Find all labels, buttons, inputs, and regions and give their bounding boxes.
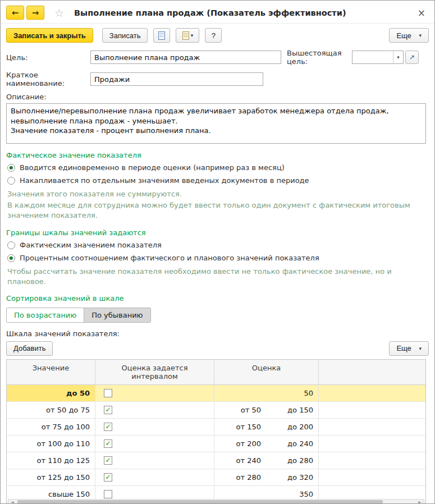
section-title-actual-value: Фактическое значение показателя [6,151,429,159]
interval-cell[interactable] [95,385,214,401]
table-row[interactable]: от 125 до 150 ✓ от 280 до 320 [7,469,425,486]
table-row[interactable]: от 110 до 125 ✓ от 240 до 280 [7,452,425,469]
value-cell[interactable]: от 75 до 100 [7,419,95,435]
close-icon[interactable]: × [414,7,429,19]
help-button[interactable]: ? [205,28,222,43]
scale-bounds-hint: Чтобы рассчитать значение показателя нео… [7,267,425,287]
score-to-cell[interactable]: до 150 [266,402,319,418]
interval-cell[interactable]: ✓ [95,452,214,469]
value-cell[interactable]: от 100 до 110 [7,436,95,452]
open-link-icon: ↗ [409,53,415,61]
scale-table-header: Значение Оценка задается интервалом Оцен… [7,360,425,385]
extra-cell[interactable] [319,469,425,485]
extra-cell[interactable] [319,385,425,401]
parent-goal-value[interactable] [352,51,393,63]
score-from-cell[interactable]: от 280 [214,469,266,485]
value-cell[interactable]: от 50 до 75 [7,402,95,418]
add-row-button[interactable]: Добавить [6,341,53,356]
sort-descending-button[interactable]: По убыванию [84,308,150,322]
parent-goal-combo[interactable]: ▾ [352,51,404,64]
interval-checkbox[interactable] [104,389,112,397]
score-from-cell[interactable] [214,385,266,401]
scale-toolbar: Добавить Еще ▾ [6,341,429,356]
radio-option-accumulated[interactable]: Накапливается по отдельным значениям вве… [7,176,429,185]
value-cell[interactable]: до 50 [7,385,95,401]
score-to-cell[interactable]: до 280 [266,452,319,469]
goal-input[interactable]: Выполнение плана продаж [90,51,281,64]
parent-goal-open-button[interactable]: ↗ [405,51,419,64]
forward-arrow-icon: → [32,8,39,18]
column-header-score[interactable]: Оценка [214,360,319,384]
score-from-cell[interactable]: от 150 [214,419,266,435]
scale-table: Значение Оценка задается интервалом Оцен… [6,359,426,504]
score-to-cell[interactable]: до 240 [266,436,319,452]
interval-checkbox[interactable]: ✓ [104,406,112,414]
description-textarea[interactable]: Выполнение/перевыполнение плана продаж у… [6,103,426,144]
scale-table-label: Шкала значений показателя: [6,329,429,338]
more-button[interactable]: Еще ▾ [389,28,429,43]
favorite-star-icon[interactable]: ☆ [54,7,64,19]
score-to-cell[interactable]: до 320 [266,469,319,485]
radio-dot: ● [10,256,13,260]
sort-toggle: По возрастанию По убыванию [6,308,151,323]
back-button[interactable]: ← [6,6,24,20]
interval-cell[interactable]: ✓ [95,402,214,418]
interval-checkbox[interactable]: ✓ [104,456,112,465]
interval-checkbox[interactable]: ✓ [104,423,112,431]
score-from-cell[interactable]: от 240 [214,452,266,469]
table-row[interactable]: от 75 до 100 ✓ от 150 до 200 [7,419,425,436]
radio-option-single-entry[interactable]: ● Вводится единовременно в периоде оценк… [7,163,429,172]
radio-icon [7,241,15,249]
score-to-cell[interactable]: до 200 [266,419,319,435]
interval-cell[interactable]: ✓ [95,419,214,435]
save-and-close-button[interactable]: Записать и закрыть [6,28,93,43]
table-row[interactable]: от 100 до 110 ✓ от 200 до 240 [7,436,425,452]
table-row[interactable]: от 50 до 75 ✓ от 50 до 150 [7,402,425,419]
table-row[interactable]: до 50 50 [7,385,425,402]
horizontal-scrollbar[interactable]: ◄ ► [8,499,424,504]
page-title: Выполнение плана продаж (Показатель эффе… [74,8,414,17]
short-name-input[interactable]: Продажи [90,72,263,86]
interval-cell[interactable]: ✓ [95,469,214,485]
radio-option-actual-value[interactable]: Фактическим значением показателя [7,241,429,249]
parent-goal-dropdown-icon[interactable]: ▾ [393,51,403,63]
interval-cell[interactable]: ✓ [95,436,214,452]
extra-cell[interactable] [319,402,425,418]
short-name-row: Краткое наименование: Продажи [6,71,429,88]
chevron-down-icon: ▾ [419,33,422,38]
extra-cell[interactable] [319,436,425,452]
interval-checkbox[interactable] [104,490,112,498]
score-from-cell[interactable]: от 50 [214,402,266,418]
interval-checkbox[interactable]: ✓ [104,473,112,482]
scale-more-button[interactable]: Еще ▾ [389,341,429,356]
more-label: Еще [396,31,411,40]
extra-cell[interactable] [319,452,425,469]
chevron-down-icon: ▾ [419,346,422,351]
value-cell[interactable]: от 110 до 125 [7,452,95,469]
scrollbar-thumb[interactable] [17,500,383,504]
radio-icon: ● [7,164,15,172]
forward-button[interactable]: → [26,6,44,20]
radio-label: Процентным соотношением фактического и п… [20,254,319,262]
scroll-right-icon[interactable]: ► [416,500,424,504]
document-copy-icon [182,31,189,40]
column-header-extra[interactable] [319,360,425,384]
save-button[interactable]: Записать [102,28,148,43]
radio-dot: ● [10,166,13,170]
score-from-cell[interactable]: от 200 [214,436,266,452]
extra-cell[interactable] [319,419,425,435]
column-header-value[interactable]: Значение [7,360,95,384]
back-arrow-icon: ← [12,8,19,18]
sort-ascending-button[interactable]: По возрастанию [7,308,84,322]
interval-checkbox[interactable]: ✓ [104,439,112,448]
score-to-cell[interactable]: 50 [266,385,319,401]
scroll-left-icon[interactable]: ◄ [8,500,16,504]
value-cell[interactable]: от 125 до 150 [7,469,95,485]
report-button[interactable] [153,28,170,43]
checkmark-icon: ✓ [105,457,111,464]
create-based-on-button[interactable]: ▾ [176,28,199,43]
radio-option-percentage[interactable]: ● Процентным соотношением фактического и… [7,254,429,262]
form-body: Цель: Выполнение плана продаж Вышестояща… [1,48,434,504]
column-header-interval[interactable]: Оценка задается интервалом [95,360,214,384]
radio-label: Вводится единовременно в периоде оценки … [20,163,285,172]
